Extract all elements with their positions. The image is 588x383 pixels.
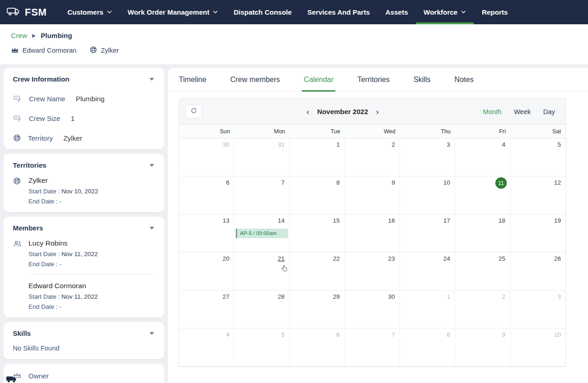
- calendar-cell[interactable]: 3: [400, 138, 455, 176]
- calendar-cell[interactable]: 4: [455, 138, 510, 176]
- date-number[interactable]: 13: [179, 214, 234, 227]
- nav-item-customers[interactable]: Customers: [60, 0, 120, 24]
- date-number[interactable]: 27: [179, 290, 234, 303]
- calendar-cell[interactable]: 18: [455, 214, 510, 252]
- calendar-cell[interactable]: 19: [510, 214, 566, 252]
- date-number[interactable]: 30: [345, 290, 399, 303]
- date-number[interactable]: 14: [234, 214, 289, 227]
- tab-timeline[interactable]: Timeline: [179, 68, 206, 92]
- calendar-cell[interactable]: 7: [234, 176, 289, 214]
- collapse-caret-icon[interactable]: [149, 163, 155, 168]
- date-number[interactable]: 16: [345, 214, 399, 227]
- calendar-cell[interactable]: 1: [290, 138, 345, 176]
- date-number[interactable]: 7: [234, 176, 289, 189]
- date-number[interactable]: 2: [455, 290, 510, 303]
- date-number[interactable]: 30: [179, 138, 234, 151]
- refresh-button[interactable]: [185, 104, 202, 119]
- calendar-cell[interactable]: 29: [290, 290, 345, 328]
- date-number[interactable]: 10: [510, 328, 566, 341]
- date-number[interactable]: 9: [455, 328, 510, 341]
- calendar-cell[interactable]: 8: [400, 328, 455, 367]
- date-number[interactable]: 6: [179, 176, 234, 189]
- collapse-caret-icon[interactable]: [149, 226, 155, 230]
- date-number[interactable]: 2: [345, 138, 399, 151]
- date-number[interactable]: 24: [400, 252, 455, 265]
- calendar-cell[interactable]: 8: [290, 176, 345, 214]
- tab-territories[interactable]: Territories: [357, 68, 389, 92]
- collapse-caret-icon[interactable]: [149, 331, 155, 336]
- date-number[interactable]: 9: [345, 176, 399, 189]
- date-number[interactable]: 22: [290, 252, 344, 265]
- date-number[interactable]: 11: [455, 176, 510, 189]
- calendar-cell[interactable]: 13: [179, 214, 234, 252]
- calendar-cell[interactable]: 10: [510, 328, 566, 367]
- date-number[interactable]: 18: [455, 214, 510, 227]
- nav-item-services-and-parts[interactable]: Services And Parts: [300, 0, 377, 24]
- calendar-cell[interactable]: 11: [455, 176, 510, 214]
- date-number[interactable]: 10: [400, 176, 455, 189]
- calendar-cell[interactable]: 14AP-5 / 09:00am: [234, 214, 289, 252]
- date-number[interactable]: 1: [290, 138, 344, 151]
- date-number[interactable]: 25: [455, 252, 510, 265]
- calendar-cell[interactable]: 7: [345, 328, 400, 367]
- tab-calendar[interactable]: Calendar: [304, 68, 333, 92]
- date-number[interactable]: 3: [510, 290, 566, 303]
- tab-notes[interactable]: Notes: [455, 68, 474, 92]
- calendar-cell[interactable]: 9: [455, 328, 510, 367]
- calendar-cell[interactable]: 17: [400, 214, 455, 252]
- calendar-cell[interactable]: 25: [455, 252, 510, 290]
- view-option-day[interactable]: Day: [543, 108, 555, 115]
- date-number[interactable]: 4: [455, 138, 510, 151]
- date-number[interactable]: 8: [290, 176, 344, 189]
- calendar-cell[interactable]: 27: [179, 290, 234, 328]
- date-number[interactable]: 15: [290, 214, 344, 227]
- calendar-cell[interactable]: 30: [179, 138, 234, 176]
- calendar-cell[interactable]: 10: [400, 176, 455, 214]
- tab-crew-members[interactable]: Crew members: [230, 68, 280, 92]
- date-number[interactable]: 20: [179, 252, 234, 265]
- date-number[interactable]: 21: [234, 252, 289, 265]
- date-number[interactable]: 7: [345, 328, 399, 341]
- date-number[interactable]: 1: [400, 290, 455, 303]
- date-number[interactable]: 6: [290, 328, 344, 341]
- view-option-week[interactable]: Week: [514, 108, 531, 115]
- calendar-cell[interactable]: 12: [510, 176, 566, 214]
- date-number[interactable]: 5: [234, 328, 289, 341]
- calendar-cell[interactable]: 26: [510, 252, 566, 290]
- calendar-cell[interactable]: 4: [179, 328, 234, 367]
- calendar-cell[interactable]: 20: [179, 252, 234, 290]
- calendar-cell[interactable]: 15: [290, 214, 345, 252]
- date-number[interactable]: 5: [510, 138, 566, 151]
- calendar-cell[interactable]: 2: [345, 138, 400, 176]
- nav-item-work-order-management[interactable]: Work Order Management: [120, 0, 226, 24]
- calendar-event[interactable]: AP-5 / 09:00am: [236, 229, 288, 238]
- date-number[interactable]: 28: [234, 290, 289, 303]
- next-month-icon[interactable]: ›: [375, 107, 379, 116]
- date-number[interactable]: 3: [400, 138, 455, 151]
- calendar-cell[interactable]: 3: [510, 290, 566, 328]
- nav-item-reports[interactable]: Reports: [474, 0, 516, 24]
- date-number[interactable]: 8: [400, 328, 455, 341]
- date-number[interactable]: 31: [234, 138, 289, 151]
- chat-widget-truck-icon[interactable]: [6, 374, 17, 383]
- calendar-cell[interactable]: 30: [345, 290, 400, 328]
- breadcrumb-parent-link[interactable]: Crew: [11, 32, 27, 39]
- date-number[interactable]: 26: [510, 252, 566, 265]
- date-number[interactable]: 12: [510, 176, 566, 189]
- calendar-cell[interactable]: 2: [455, 290, 510, 328]
- previous-month-icon[interactable]: ‹: [305, 107, 310, 116]
- calendar-cell[interactable]: 6: [179, 176, 234, 214]
- nav-item-workforce[interactable]: Workforce: [416, 0, 474, 24]
- calendar-cell[interactable]: 9: [345, 176, 400, 214]
- tab-skills[interactable]: Skills: [414, 68, 431, 92]
- date-number[interactable]: 17: [400, 214, 455, 227]
- calendar-cell[interactable]: 1: [400, 290, 455, 328]
- calendar-cell[interactable]: 6: [290, 328, 345, 367]
- collapse-caret-icon[interactable]: [149, 77, 155, 82]
- nav-item-dispatch-console[interactable]: Dispatch Console: [226, 0, 300, 24]
- calendar-cell[interactable]: 21: [234, 252, 289, 290]
- date-number[interactable]: 4: [179, 328, 234, 341]
- calendar-cell[interactable]: 5: [234, 328, 289, 367]
- app-logo[interactable]: FSM: [0, 0, 60, 24]
- nav-item-assets[interactable]: Assets: [377, 0, 416, 24]
